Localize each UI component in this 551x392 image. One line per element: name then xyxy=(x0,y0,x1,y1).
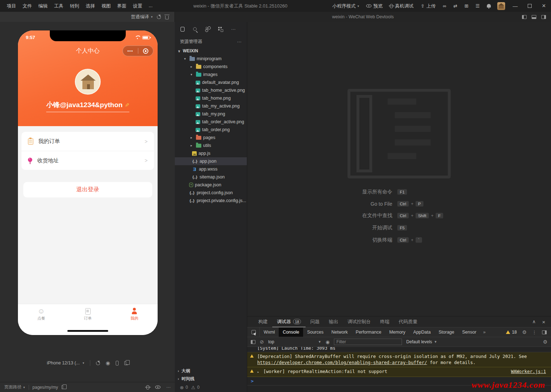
tab-debug-console[interactable]: 调试控制台 xyxy=(343,316,375,327)
tab-appdata[interactable]: AppData xyxy=(409,328,435,337)
tree-item-package-json[interactable]: package.json xyxy=(175,181,247,189)
menu-settings[interactable]: 设置 xyxy=(130,3,145,9)
console-output[interactable]: [System] Launch Time: 3093 ms [Deprecati… xyxy=(247,347,551,392)
compile-mode-dropdown[interactable]: 普通编译▾ xyxy=(131,14,153,20)
console-warning-count[interactable]: 18 xyxy=(506,330,517,335)
tree-item-app-wxss[interactable]: Ǝapp.wxss xyxy=(175,165,247,173)
eye-watch-icon[interactable]: ◉ xyxy=(326,339,330,345)
maximize-button[interactable] xyxy=(522,0,537,12)
tab-mine[interactable]: 我的 xyxy=(111,307,158,325)
problems-status[interactable]: ⊗ 0 ⚠ 0 xyxy=(175,383,247,392)
tree-item-app-js[interactable]: JSapp.js xyxy=(175,149,247,157)
link-button[interactable]: ∞ xyxy=(439,3,450,9)
files-icon[interactable] xyxy=(181,27,185,32)
tree-item-miniprogram[interactable]: ▾miniprogram xyxy=(175,55,247,63)
eye-icon[interactable] xyxy=(155,386,160,389)
context-dropdown[interactable]: top ▼ xyxy=(268,339,321,344)
minimize-button[interactable]: — xyxy=(508,0,522,12)
page-path-dropdown[interactable]: 页面路径▾ xyxy=(4,384,25,390)
more-dots-icon[interactable]: ⋯ xyxy=(237,39,242,44)
tab-wxml[interactable]: Wxml xyxy=(260,328,279,337)
tab-storage[interactable]: Storage xyxy=(435,328,458,337)
source-link[interactable]: WAWorker.js:1 xyxy=(511,368,546,374)
console-filter-input[interactable] xyxy=(334,339,402,345)
tree-item-tab-home-png[interactable]: tab_home.png xyxy=(175,94,247,102)
menu-interface[interactable]: 界面 xyxy=(114,3,130,9)
extensions-icon[interactable] xyxy=(218,27,222,31)
layout-button[interactable]: ⊞ xyxy=(461,3,472,9)
tree-item-components[interactable]: ▸components xyxy=(175,63,247,71)
sync-button[interactable]: ⇄ xyxy=(450,3,461,9)
main-menu-button[interactable]: ☰ xyxy=(472,3,483,9)
tab-terminal[interactable]: 终端 xyxy=(375,316,394,327)
more-dots-icon[interactable]: ⋯ xyxy=(231,27,236,32)
mode-dropdown[interactable]: 小程序模式▾ xyxy=(329,3,363,9)
tab-order-food[interactable]: ☺ 点餐 xyxy=(18,307,64,325)
dock-left-icon[interactable] xyxy=(522,15,527,19)
tree-item-tab-my-png[interactable]: tab_my.png xyxy=(175,110,247,118)
search-icon[interactable] xyxy=(193,27,197,31)
more-tabs-icon[interactable]: » xyxy=(480,330,489,335)
tab-build[interactable]: 构建 xyxy=(254,316,272,327)
tree-item-default-avatar-png[interactable]: default_avatar.png xyxy=(175,78,247,86)
logout-button[interactable]: 退出登录 xyxy=(23,182,152,197)
menu-goto[interactable]: 转到 xyxy=(67,3,82,9)
bug-icon[interactable] xyxy=(146,385,149,389)
tree-item-utils[interactable]: ▸utils xyxy=(175,142,247,149)
menu-select[interactable]: 选择 xyxy=(82,3,98,9)
tab-orders[interactable]: 订单 xyxy=(64,307,111,325)
menu-edit[interactable]: 编辑 xyxy=(35,3,51,9)
more-dots-icon[interactable]: ••• xyxy=(123,49,138,53)
tab-sensor[interactable]: Sensor xyxy=(458,328,480,337)
copy-icon[interactable] xyxy=(62,385,65,389)
tree-root-weixin[interactable]: ∨ WEIXIN xyxy=(175,47,247,55)
tree-item-tab-my-active-png[interactable]: tab_my_active.png xyxy=(175,102,247,110)
gear-icon[interactable]: ⚙ xyxy=(522,329,527,335)
refresh-icon[interactable] xyxy=(157,15,161,19)
tree-item-sitemap-json[interactable]: {..}sitemap.json xyxy=(175,173,247,181)
timeline-section[interactable]: › 时间线 xyxy=(175,375,247,383)
device-frame-icon[interactable] xyxy=(116,361,119,365)
tab-sources[interactable]: Sources xyxy=(303,328,327,337)
close-button[interactable]: × xyxy=(537,0,551,12)
tree-item-tab-home-active-png[interactable]: tab_home_active.png xyxy=(175,86,247,94)
notifications-button[interactable] xyxy=(483,5,494,8)
menu-item-my-orders[interactable]: 我的订单 > xyxy=(21,132,154,151)
source-control-icon[interactable] xyxy=(205,27,210,32)
tab-code-quality[interactable]: 代码质量 xyxy=(394,316,422,327)
tree-item-app-json[interactable]: {..}app.json xyxy=(175,157,247,165)
tab-network[interactable]: Network xyxy=(327,328,352,337)
dock-side-icon[interactable] xyxy=(542,330,547,334)
tab-debugger[interactable]: 调试器 18 xyxy=(272,316,306,327)
menu-tools[interactable]: 工具 xyxy=(51,3,67,9)
record-icon[interactable]: ◉ xyxy=(106,360,110,366)
dock-right-icon[interactable] xyxy=(541,15,546,19)
menu-file[interactable]: 文件 xyxy=(19,3,35,9)
console-sidebar-icon[interactable] xyxy=(251,340,255,344)
remote-debug-button[interactable]: 真机调试 xyxy=(386,3,417,9)
tab-output[interactable]: 输出 xyxy=(324,316,343,327)
menu-more[interactable]: ... xyxy=(145,3,156,9)
tree-item-tab-order-png[interactable]: tab_order.png xyxy=(175,126,247,134)
capsule-close-button[interactable] xyxy=(138,48,153,54)
tree-item-tab-order-active-png[interactable]: tab_order_active.png xyxy=(175,118,247,126)
tree-item-project-config-json[interactable]: {..}project.config.json xyxy=(175,189,247,197)
tree-item-images[interactable]: ▾images xyxy=(175,71,247,78)
more-dots-icon[interactable]: ⋮ xyxy=(532,330,537,335)
username[interactable]: 小锋@java1234&python ✎ xyxy=(46,100,129,112)
preview-button[interactable]: 预览 xyxy=(363,3,386,9)
multi-window-icon[interactable] xyxy=(124,361,128,365)
tree-item-project-private-config[interactable]: {..}project.private.config.js... xyxy=(175,197,247,205)
log-levels-dropdown[interactable]: Default levels ▼ xyxy=(406,339,437,344)
console-settings-icon[interactable]: ⚙ xyxy=(543,339,547,345)
deprecation-link[interactable]: https://developer.chrome.com/blog/enabli… xyxy=(257,360,427,365)
device-dropdown[interactable]: iPhone 12/13 (...▾ xyxy=(47,360,84,365)
menu-project[interactable]: 项目 xyxy=(4,3,19,9)
expand-triangle-icon[interactable]: ▸ xyxy=(257,370,259,374)
inspect-element-button[interactable] xyxy=(247,328,260,337)
rotate-icon[interactable] xyxy=(96,361,100,365)
dock-bottom-icon[interactable] xyxy=(532,15,536,19)
tab-performance[interactable]: Performance xyxy=(352,328,385,337)
upload-button[interactable]: ⇧上传 xyxy=(417,3,439,9)
profile-avatar[interactable] xyxy=(75,69,101,95)
